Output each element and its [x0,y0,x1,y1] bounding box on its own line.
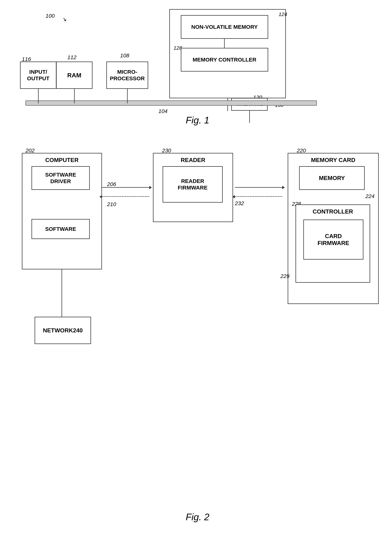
controller-label: CONTROLLER [313,208,353,215]
figure-1-area: 100 ↘ 124 NON-VOLATILE MEMORY 128 MEMORY… [11,7,384,127]
input-output-box: INPUT/ OUTPUT [20,62,56,89]
memory-card-label: MEMORY CARD [311,157,355,164]
software-box: SOFTWARE [32,219,90,239]
ref-220: 220 [297,147,306,154]
memory-controller-box: MEMORY CONTROLLER [181,48,268,72]
mp-to-bus-line [127,89,128,103]
card-firmware-box: CARDFIRMWARE [303,220,363,260]
nvm-to-mc-line [224,39,225,48]
network-box: NETWORK 240 [35,317,91,344]
io-to-bus-line [38,89,39,103]
ref-229: 229 [280,273,290,279]
memory-system-outer-box: 124 NON-VOLATILE MEMORY 128 MEMORY CONTR… [169,9,286,98]
computer-label: COMPUTER [45,157,78,164]
comp-to-reader-arrow-bottom [102,196,149,197]
page: 100 ↘ 124 NON-VOLATILE MEMORY 128 MEMORY… [0,0,392,539]
ref-116-label: 116 [22,56,31,62]
memory-box: MEMORY [299,166,365,190]
bus-bar [25,101,317,106]
fig2-label: Fig. 2 [186,511,209,522]
ref-224: 224 [365,193,374,199]
ref-112-label: 112 [67,54,77,60]
ram-to-bus-line [74,89,75,103]
figure-2-area: 202 COMPUTER SOFTWAREDRIVER SOFTWARE 206… [11,142,384,524]
ref-232: 232 [235,200,244,207]
reader-firmware-box: READERFIRMWARE [163,166,223,203]
ref-108-label: 108 [120,53,129,59]
reader-outer-box: READER READERFIRMWARE [153,153,233,222]
ref-104-label: 104 [158,108,168,114]
software-driver-box: SOFTWAREDRIVER [32,166,90,190]
controller-outer-box: CONTROLLER CARDFIRMWARE [295,204,370,283]
fig1-label: Fig. 1 [186,115,209,126]
reader-label: READER [181,157,205,164]
computer-outer-box: COMPUTER SOFTWAREDRIVER SOFTWARE [22,153,102,270]
ref-100-label: 100 [45,13,55,19]
reader-to-mc-arrow-bottom [235,196,282,197]
ref-124: 124 [279,11,287,17]
memory-card-outer-box: MEMORY CARD MEMORY 224 228 CONTROLLER CA… [288,153,379,304]
ref-202: 202 [25,147,35,154]
comp-to-reader-arrow-top [102,187,149,188]
ref-206: 206 [107,181,116,187]
ram-box: RAM [56,62,92,89]
interface-to-bus-line [249,111,250,123]
ref-210: 210 [107,201,116,207]
software-to-network-line [62,270,62,317]
reader-to-mc-arrow-top [235,187,282,188]
non-volatile-memory-box: NON-VOLATILE MEMORY [181,15,268,39]
microprocessor-box: MICRO-PROCESSOR [106,62,148,89]
ref-240: 240 [73,327,83,334]
ref-230: 230 [162,147,171,154]
